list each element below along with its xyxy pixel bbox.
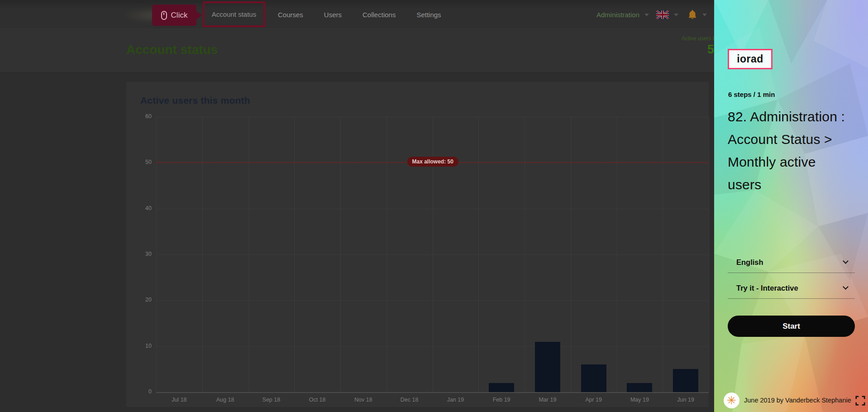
y-axis-label: 0 bbox=[135, 388, 152, 395]
click-tooltip[interactable]: Click bbox=[152, 5, 196, 26]
app-root: Click Account status Courses Users Colle… bbox=[0, 0, 868, 412]
chevron-down-icon bbox=[702, 14, 707, 16]
x-axis-label: Jul 18 bbox=[161, 397, 197, 403]
bar-feb-19 bbox=[489, 383, 514, 392]
chevron-down-icon bbox=[843, 284, 849, 290]
nav-links: Courses Users Collections Settings bbox=[278, 0, 441, 29]
x-axis-label: Dec 18 bbox=[391, 397, 428, 403]
chevron-down-icon bbox=[644, 14, 649, 16]
nav-item-label: Account status bbox=[212, 10, 256, 18]
credit-row: ✳ June 2019 by Vanderbeck Stephanie bbox=[714, 391, 868, 409]
nav-item-collections[interactable]: Collections bbox=[362, 11, 396, 19]
notification-bell-icon[interactable] bbox=[687, 9, 697, 21]
chevron-down-icon bbox=[674, 14, 678, 16]
x-axis-label: Feb 19 bbox=[483, 397, 520, 403]
page-title: Account status bbox=[126, 43, 218, 57]
tutorial-title: 82. Administration : Account Status > Mo… bbox=[728, 105, 849, 196]
x-axis-label: Jan 19 bbox=[437, 397, 473, 403]
y-axis-label: 20 bbox=[135, 297, 152, 303]
top-navbar: Click Account status Courses Users Colle… bbox=[0, 0, 714, 29]
x-axis-label: Sep 18 bbox=[253, 397, 289, 403]
page-header: Account status Active users t 5 bbox=[0, 30, 714, 72]
y-axis-label: 10 bbox=[135, 343, 152, 349]
mode-select-value: Try it - Interactive bbox=[736, 284, 798, 292]
bar-apr-19 bbox=[581, 364, 606, 392]
page-content: Active users this month 0102030405060Jul… bbox=[0, 73, 714, 412]
moodle-page: Click Account status Courses Users Colle… bbox=[0, 0, 714, 412]
nav-item-account-status[interactable]: Account status bbox=[203, 1, 265, 27]
active-users-chart: 0102030405060Jul 18Aug 18Sep 18Oct 18Nov… bbox=[126, 82, 709, 407]
language-select-value: English bbox=[736, 258, 763, 267]
nav-item-users[interactable]: Users bbox=[324, 11, 342, 19]
y-axis-label: 30 bbox=[135, 251, 152, 257]
click-arrow-icon bbox=[196, 11, 202, 19]
bar-jun-19 bbox=[673, 369, 698, 392]
gridline-vertical bbox=[709, 117, 709, 392]
max-allowed-badge: Max allowed: 50 bbox=[407, 157, 458, 167]
uk-flag-icon[interactable] bbox=[656, 10, 669, 19]
language-select[interactable]: English bbox=[728, 252, 855, 273]
click-tooltip-label: Click bbox=[171, 11, 188, 20]
gridline-horizontal bbox=[156, 346, 709, 347]
iorad-logo: iorad bbox=[728, 49, 773, 69]
fullscreen-icon[interactable] bbox=[854, 395, 866, 407]
y-axis-label: 60 bbox=[135, 113, 152, 120]
gridline-horizontal bbox=[156, 209, 709, 209]
y-axis-label: 50 bbox=[135, 159, 152, 165]
x-axis-label: Apr 19 bbox=[576, 397, 612, 403]
bar-mar-19 bbox=[535, 342, 560, 393]
mouse-icon bbox=[161, 11, 167, 20]
iorad-panel: iorad 6 steps / 1 min 82. Administration… bbox=[714, 0, 868, 412]
start-button[interactable]: Start bbox=[728, 316, 855, 337]
x-axis-label: Oct 18 bbox=[299, 397, 335, 403]
administration-menu[interactable]: Administration bbox=[596, 11, 639, 19]
y-axis-label: 40 bbox=[135, 205, 152, 211]
mode-select[interactable]: Try it - Interactive bbox=[728, 278, 855, 299]
chart-card: Active users this month 0102030405060Jul… bbox=[126, 82, 709, 407]
active-users-value: 5 bbox=[551, 43, 714, 56]
x-axis-label: Nov 18 bbox=[345, 397, 382, 403]
active-users-label: Active users t bbox=[551, 35, 714, 42]
x-axis-label: Jun 19 bbox=[668, 397, 704, 403]
chevron-down-icon bbox=[843, 258, 849, 264]
credit-text: June 2019 by Vanderbeck Stephanie bbox=[744, 397, 851, 404]
active-users-summary: Active users t 5 bbox=[551, 35, 714, 56]
steps-duration: 6 steps / 1 min bbox=[728, 91, 775, 98]
gridline-horizontal bbox=[156, 300, 709, 301]
x-axis-label: Mar 19 bbox=[529, 397, 566, 403]
navbar-right: Administration bbox=[596, 0, 707, 29]
x-axis-line bbox=[156, 392, 709, 393]
bar-may-19 bbox=[627, 383, 652, 392]
x-axis-label: Aug 18 bbox=[207, 397, 243, 403]
nav-item-settings[interactable]: Settings bbox=[416, 11, 441, 19]
x-axis-label: May 19 bbox=[621, 397, 658, 403]
author-avatar: ✳ bbox=[724, 393, 739, 408]
iorad-logo-text: iorad bbox=[737, 53, 763, 65]
gridline-horizontal bbox=[156, 254, 709, 255]
nav-item-courses[interactable]: Courses bbox=[278, 11, 303, 19]
gridline-horizontal bbox=[156, 117, 709, 117]
